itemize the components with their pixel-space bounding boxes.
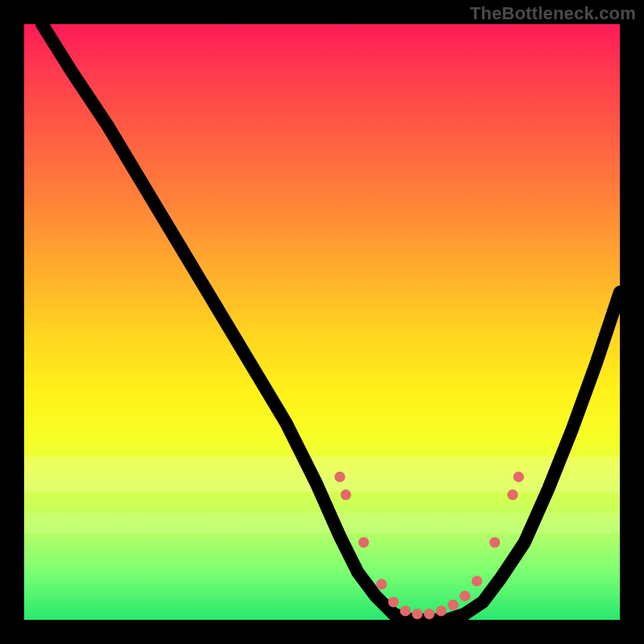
- curve-dot: [436, 605, 446, 616]
- curve-dot: [335, 472, 345, 482]
- curve-dot: [358, 537, 369, 547]
- curve-dot: [341, 489, 351, 500]
- curve-dot: [489, 537, 500, 547]
- curve-svg: [24, 24, 620, 620]
- curve-dot: [507, 489, 518, 500]
- curve-dot: [514, 472, 524, 482]
- curve-dot: [448, 600, 458, 610]
- plot-area: [24, 24, 620, 620]
- curve-dot: [388, 597, 398, 607]
- bottleneck-curve-path: [42, 24, 620, 620]
- curve-dot: [472, 576, 482, 586]
- chart-frame: TheBottleneck.com: [0, 0, 644, 644]
- curve-dot: [376, 579, 386, 589]
- curve-dot: [400, 605, 411, 616]
- curve-dot: [412, 609, 423, 619]
- curve-dot: [424, 609, 435, 619]
- curve-dot: [460, 591, 470, 601]
- watermark-text: TheBottleneck.com: [470, 3, 636, 24]
- curve-dots-group: [335, 472, 524, 620]
